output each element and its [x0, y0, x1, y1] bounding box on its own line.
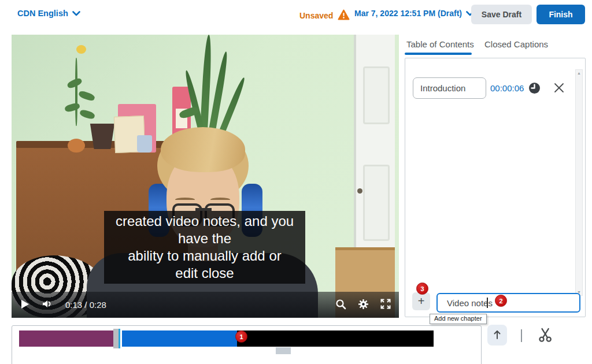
gear-icon	[358, 299, 369, 311]
caption-line: created video notes, and you	[116, 213, 294, 230]
cut-button[interactable]	[536, 326, 555, 344]
add-chapter-button[interactable]: +	[412, 292, 430, 310]
door-knob	[357, 188, 362, 194]
step-badge-2: 2	[495, 295, 507, 307]
unsaved-label: Unsaved	[299, 11, 333, 20]
step-badge-1: 1	[235, 330, 247, 343]
tab-closed-captions[interactable]: Closed Captions	[484, 39, 548, 49]
video-player[interactable]: created video notes, and you have the ab…	[12, 35, 399, 318]
delete-chapter-button[interactable]	[554, 83, 564, 95]
play-button[interactable]	[21, 299, 29, 311]
caption-line: edit close	[175, 265, 234, 282]
volume-button[interactable]	[42, 300, 53, 310]
new-chapter-input[interactable]	[436, 293, 580, 313]
language-label: CDN English	[17, 9, 68, 18]
fullscreen-icon	[380, 299, 391, 311]
scroll-up-icon[interactable]: ▲	[577, 71, 581, 75]
eyebrow	[210, 198, 230, 202]
step-badge-3: 3	[416, 283, 428, 295]
caption-line: ability to manually add or	[128, 247, 281, 265]
version-selector[interactable]: Mar 7, 2022 12:51 PM (Draft)	[354, 9, 474, 18]
volume-icon	[42, 300, 53, 310]
person-hair-fringe	[161, 127, 245, 172]
active-tab-underline	[405, 53, 472, 55]
close-icon	[554, 83, 564, 95]
add-chapter-tooltip: Add new chapter	[430, 314, 487, 324]
eyebrow	[175, 198, 195, 202]
caption-box: created video notes, and you have the ab…	[104, 211, 305, 284]
search-icon	[335, 299, 346, 311]
version-label: Mar 7, 2022 12:51 PM (Draft)	[354, 9, 462, 18]
chapter-timestamp[interactable]: 00:00:06	[490, 83, 524, 93]
fullscreen-button[interactable]	[380, 299, 391, 311]
yellow-flower	[76, 45, 86, 54]
door-panel	[363, 66, 390, 124]
tab-table-of-contents[interactable]: Table of Contents	[406, 39, 474, 49]
unsaved-status: Unsaved	[299, 9, 350, 22]
toolbar-divider	[521, 329, 522, 342]
plant-stem	[75, 58, 77, 126]
timeline-scroll-thumb[interactable]	[276, 347, 291, 354]
undo-cut-button[interactable]	[487, 325, 507, 346]
blue-cup	[137, 135, 152, 153]
chapter-title-input[interactable]	[413, 77, 486, 99]
search-button[interactable]	[335, 299, 346, 311]
timeline-handle[interactable]	[113, 329, 120, 348]
panel-scrollbar[interactable]: ▲ ▼	[575, 69, 583, 296]
text-caret	[487, 298, 488, 308]
pumpkin	[68, 139, 85, 153]
language-selector[interactable]: CDN English	[17, 9, 80, 18]
set-time-button[interactable]	[528, 82, 541, 96]
timeline-segment-remaining[interactable]	[237, 330, 434, 347]
warning-icon	[338, 9, 350, 22]
chevron-down-icon	[72, 9, 80, 18]
clock-icon	[528, 82, 541, 96]
time-display: 0:13 / 0:28	[65, 300, 106, 310]
save-draft-button[interactable]: Save Draft	[471, 5, 532, 24]
scissors-icon	[538, 326, 554, 344]
settings-button[interactable]	[358, 299, 369, 311]
timeline-segment-selected[interactable]	[122, 330, 237, 347]
video-control-bar: 0:13 / 0:28	[12, 292, 399, 318]
up-arrow-icon	[493, 329, 502, 341]
play-icon	[21, 299, 29, 311]
caption-line: have the	[178, 230, 231, 247]
timeline-segment-played[interactable]	[19, 330, 113, 347]
finish-button[interactable]: Finish	[536, 5, 585, 24]
door-panel	[363, 165, 390, 241]
